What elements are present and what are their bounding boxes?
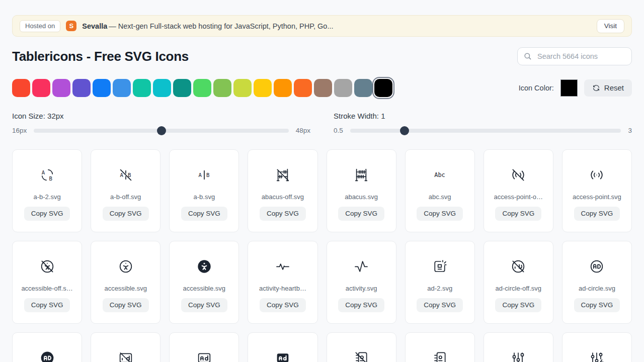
controls-row: Icon Color: Reset [12, 79, 632, 97]
icon-size-slider-thumb[interactable] [157, 126, 166, 135]
copy-svg-button[interactable]: Copy SVG [24, 298, 70, 312]
icon-card: ad-circle-off.svg Copy SVG [484, 241, 553, 324]
stroke-width-slider-thumb[interactable] [400, 126, 409, 135]
icon-card: AB a-b.svg Copy SVG [169, 149, 239, 232]
copy-svg-button[interactable]: Copy SVG [103, 298, 149, 312]
sponsor-brand: Sevalla [82, 22, 107, 30]
stroke-width-label: Stroke Width: 1 [334, 112, 632, 120]
icon-filename: accessible-off.s… [21, 285, 72, 292]
icon-card: Copy SVG [405, 332, 475, 362]
copy-svg-button[interactable]: Copy SVG [338, 207, 384, 221]
icon-card: accessible.svg Copy SVG [91, 241, 160, 324]
svg-text:A: A [198, 172, 202, 178]
copy-svg-button[interactable]: Copy SVG [417, 207, 463, 221]
copy-svg-button[interactable]: Copy SVG [338, 298, 384, 312]
icon-card: Copy SVG [91, 332, 160, 362]
ad-off-icon [118, 350, 134, 362]
header-row: Tablericons - Free SVG Icons [12, 47, 632, 65]
color-swatch[interactable] [354, 79, 372, 97]
color-swatch[interactable] [32, 79, 50, 97]
sevalla-logo-icon: S [66, 21, 76, 31]
address-book-off-icon [353, 350, 369, 362]
reset-label: Reset [604, 83, 624, 92]
color-swatch[interactable] [294, 79, 312, 97]
icon-grid: AB a-b-2.svg Copy SVG AB a-b-off.svg Cop… [12, 149, 632, 362]
a-b-2-icon: AB [39, 167, 55, 183]
copy-svg-button[interactable]: Copy SVG [260, 207, 306, 221]
icon-card: AB a-b-2.svg Copy SVG [12, 149, 82, 232]
color-swatch[interactable] [52, 79, 70, 97]
copy-svg-button[interactable]: Copy SVG [181, 298, 227, 312]
ad-2-icon [432, 258, 448, 275]
page-title: Tablericons - Free SVG Icons [12, 49, 189, 64]
copy-svg-button[interactable]: Copy SVG [495, 298, 541, 312]
icon-filename: activity.svg [346, 285, 377, 292]
color-swatch[interactable] [334, 79, 352, 97]
icon-size-slider[interactable] [34, 129, 288, 133]
icon-filename: ad-circle.svg [579, 285, 615, 292]
color-swatch[interactable] [254, 79, 272, 97]
copy-svg-button[interactable]: Copy SVG [260, 298, 306, 312]
access-point-icon [589, 167, 605, 183]
stroke-width-slider[interactable] [350, 129, 621, 133]
sponsor-text: Sevalla— Next-gen Full-stack web hosting… [82, 22, 333, 30]
icon-color-group: Icon Color: Reset [519, 79, 632, 97]
copy-svg-button[interactable]: Copy SVG [574, 298, 620, 312]
search-icon [523, 52, 532, 61]
icon-card: Copy SVG [562, 332, 632, 362]
reset-button[interactable]: Reset [584, 79, 632, 97]
a-b-icon: AB [196, 167, 212, 183]
icon-size-max-label: 48px [296, 127, 310, 134]
accessible-filled-icon [196, 258, 212, 275]
color-swatch[interactable] [233, 79, 252, 97]
accessible-off-icon [39, 258, 55, 275]
copy-svg-button[interactable]: Copy SVG [103, 207, 149, 221]
adjustments-alt-icon [510, 350, 526, 362]
access-point-off-icon [510, 167, 526, 183]
sponsor-banner: Hosted on S Sevalla— Next-gen Full-stack… [12, 15, 632, 37]
icon-filename: a-b-off.svg [110, 193, 141, 201]
color-swatch[interactable] [173, 79, 191, 97]
color-swatch[interactable] [314, 79, 332, 97]
icon-card: abacus-off.svg Copy SVG [248, 149, 317, 232]
copy-svg-button[interactable]: Copy SVG [24, 207, 70, 221]
color-swatch[interactable] [133, 79, 151, 97]
copy-svg-button[interactable]: Copy SVG [574, 207, 620, 221]
icon-filename: abacus.svg [345, 193, 378, 201]
copy-svg-button[interactable]: Copy SVG [417, 298, 463, 312]
stroke-width-min-label: 0.5 [334, 127, 343, 134]
icon-color-picker[interactable] [560, 79, 578, 97]
copy-svg-button[interactable]: Copy SVG [181, 207, 227, 221]
icon-card: activity-heartb… Copy SVG [248, 241, 317, 324]
svg-text:A: A [120, 172, 123, 178]
ad-circle-filled-icon [39, 350, 55, 362]
color-swatch[interactable] [113, 79, 131, 97]
hosted-on-badge: Hosted on [20, 20, 60, 32]
stroke-width-max-label: 3 [628, 127, 632, 134]
icon-card: Copy SVG [484, 332, 553, 362]
icon-size-min-label: 16px [12, 127, 27, 134]
icon-filename: accessible.svg [104, 285, 147, 292]
color-swatch[interactable] [213, 79, 231, 97]
color-swatch[interactable] [274, 79, 292, 97]
color-swatch-row [12, 79, 392, 97]
adjustments-bolt-icon [589, 350, 605, 362]
copy-svg-button[interactable]: Copy SVG [495, 207, 541, 221]
icon-filename: abacus-off.svg [262, 193, 304, 201]
color-swatch[interactable] [12, 79, 30, 97]
address-book-icon [432, 350, 448, 362]
icon-card: AB a-b-off.svg Copy SVG [91, 149, 160, 232]
color-swatch[interactable] [153, 79, 171, 97]
search-input[interactable] [536, 52, 626, 61]
color-swatch[interactable] [93, 79, 111, 97]
color-swatch[interactable] [72, 79, 91, 97]
icon-card: accessible-off.s… Copy SVG [12, 241, 82, 324]
search-box[interactable] [517, 47, 632, 65]
visit-button[interactable]: Visit [597, 19, 624, 33]
icon-card: access-point.svg Copy SVG [562, 149, 632, 232]
color-swatch[interactable] [374, 79, 392, 97]
icon-card: Copy SVG [169, 332, 239, 362]
icon-filename: activity-heartb… [259, 285, 306, 292]
color-swatch[interactable] [193, 79, 211, 97]
icon-size-slider-group: Icon Size: 32px 16px 48px [12, 112, 310, 134]
